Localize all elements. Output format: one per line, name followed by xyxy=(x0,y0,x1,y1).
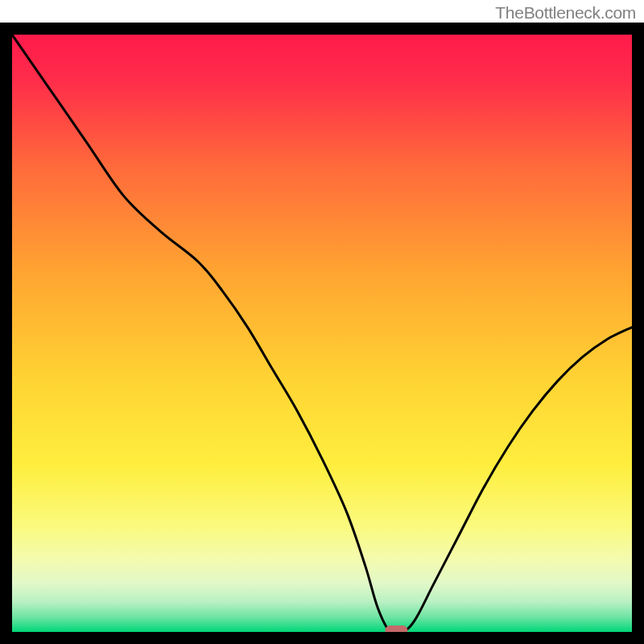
marker-layer xyxy=(385,625,407,632)
chart-container: TheBottleneck.com xyxy=(0,0,644,644)
gradient-background xyxy=(12,35,632,632)
plot-area xyxy=(12,35,632,632)
optimum-marker xyxy=(385,625,407,632)
chart-svg xyxy=(12,35,632,632)
chart-frame xyxy=(0,23,644,644)
watermark-text: TheBottleneck.com xyxy=(495,3,636,23)
